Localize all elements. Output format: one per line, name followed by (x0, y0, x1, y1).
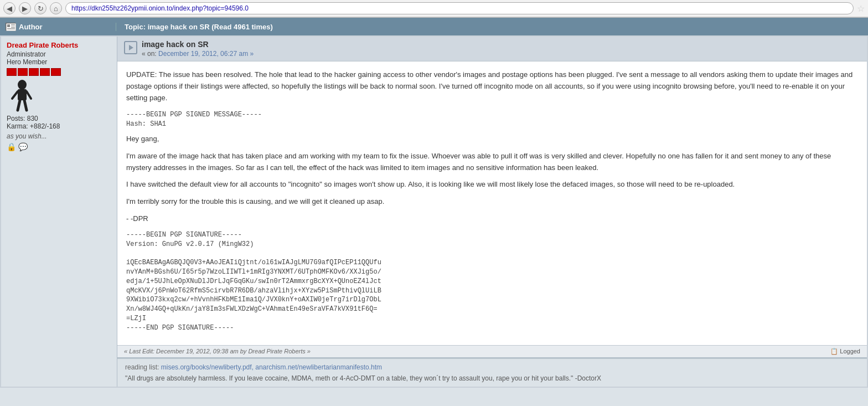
reading-links[interactable]: mises.org/books/newliberty.pdf, anarchis… (161, 363, 382, 371)
post-footer: « Last Edit: December 19, 2012, 09:38 am… (117, 345, 867, 357)
browser-toolbar: ◀ ▶ ↻ ⌂ https://dkn255hz262ypmii.onion.t… (0, 0, 868, 17)
logged-badge: 📋 Logged (830, 348, 860, 355)
refresh-button[interactable]: ↻ (34, 2, 46, 14)
karma-bar-5 (51, 68, 61, 76)
svg-line-8 (27, 91, 31, 99)
header-author-col: Author (0, 23, 116, 31)
address-bar[interactable]: https://dkn255hz262ypmii.onion.to/index.… (65, 2, 854, 14)
pgp-signature-block: -----BEGIN PGP SIGNATURE----- Version: G… (126, 230, 858, 333)
update-paragraph: UPDATE: The issue has been resolved. The… (126, 69, 858, 104)
karma-bar-2 (18, 68, 28, 76)
author-sidebar: Dread Pirate Roberts Administrator Hero … (1, 37, 117, 387)
author-posts: Posts: 830 (7, 115, 111, 122)
svg-line-10 (24, 100, 27, 110)
avatar-image (7, 79, 37, 112)
post-title: image hack on SR (142, 40, 860, 49)
signoff: - -DPR (126, 213, 858, 225)
karma-bar-4 (40, 68, 50, 76)
reading-label: reading list: (125, 363, 159, 371)
svg-marker-11 (129, 45, 133, 50)
logged-text: Logged (840, 348, 860, 354)
forum-icon (6, 23, 16, 30)
address-text: https://dkn255hz262ypmii.onion.to/index.… (71, 4, 249, 12)
svg-rect-1 (7, 24, 10, 27)
page-container: Author Topic: image hack on SR (Read 496… (0, 18, 868, 388)
pgp-signed-begin: -----BEGIN PGP SIGNED MESSAGE----- Hash:… (126, 110, 858, 129)
signature-area: reading list: mises.org/books/newliberty… (117, 358, 867, 387)
post-title-area: image hack on SR « on: December 19, 2012… (142, 40, 860, 58)
svg-point-5 (18, 80, 27, 90)
browser-chrome: ◀ ▶ ↻ ⌂ https://dkn255hz262ypmii.onion.t… (0, 0, 868, 18)
time-prefix: « on: (142, 50, 157, 58)
author-rank: Hero Member (7, 58, 111, 66)
post-reply-icon (124, 41, 137, 54)
author-avatar (7, 79, 40, 112)
logged-icon: 📋 (830, 348, 838, 355)
sig-quote: "All drugs are absolutely harmless. If y… (125, 374, 859, 382)
incognito-para: I have switched the default view for all… (126, 179, 858, 191)
header-author-label: Author (19, 23, 43, 31)
bookmark-star[interactable]: ☆ (857, 3, 865, 14)
awareness-para: I'm aware of the image hack that has tak… (126, 151, 858, 174)
post-body: UPDATE: The issue has been resolved. The… (117, 61, 867, 345)
karma-value: +882/-168 (30, 122, 60, 130)
karma-label: Karma: (7, 122, 28, 130)
posts-label: Posts: (7, 115, 25, 122)
svg-rect-6 (18, 89, 27, 100)
quote-text: "All drugs are absolutely harmless. If y… (125, 374, 601, 382)
posts-value: 830 (27, 115, 38, 122)
chat-icon[interactable]: 💬 (18, 142, 28, 151)
post-time: « on: December 19, 2012, 06:27 am » (142, 50, 860, 58)
main-area: Dread Pirate Roberts Administrator Hero … (0, 35, 868, 388)
post-time-link[interactable]: December 19, 2012, 06:27 am » (158, 50, 254, 58)
karma-bars (7, 68, 111, 76)
author-karma: Karma: +882/-168 (7, 122, 111, 130)
forum-header: Author Topic: image hack on SR (Read 496… (0, 18, 868, 35)
greeting-para: Hey gang, (126, 133, 858, 145)
svg-line-7 (12, 91, 18, 99)
forward-button[interactable]: ▶ (19, 2, 31, 14)
sig-reading: reading list: mises.org/books/newliberty… (125, 363, 859, 371)
svg-line-9 (18, 100, 20, 110)
author-name[interactable]: Dread Pirate Roberts (7, 41, 111, 49)
sorry-para: I'm terribly sorry for the trouble this … (126, 196, 858, 208)
karma-bar-3 (29, 68, 39, 76)
last-edit-text: « Last Edit: December 19, 2012, 09:38 am… (124, 348, 311, 354)
author-motto: as you wish... (7, 132, 111, 140)
author-action-icons: 🔒 💬 (7, 142, 111, 151)
home-button[interactable]: ⌂ (50, 2, 62, 14)
author-role: Administrator (7, 50, 111, 58)
pm-icon[interactable]: 🔒 (7, 142, 16, 151)
back-button[interactable]: ◀ (3, 2, 16, 14)
karma-bar-1 (7, 68, 17, 76)
post-header: image hack on SR « on: December 19, 2012… (117, 37, 867, 61)
header-topic: Topic: image hack on SR (Read 4961 times… (116, 23, 868, 31)
post-content-area: image hack on SR « on: December 19, 2012… (117, 37, 867, 387)
